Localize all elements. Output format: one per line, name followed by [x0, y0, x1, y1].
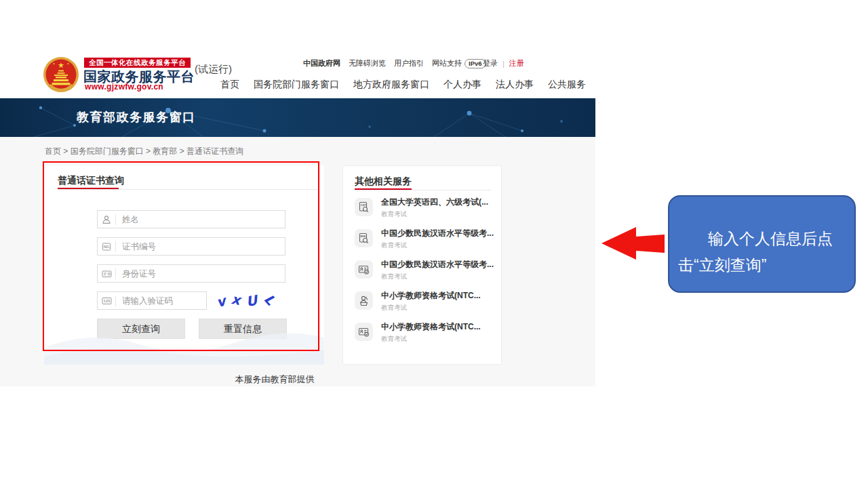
nav-public-services[interactable]: 公共服务: [548, 79, 586, 91]
link-user-guide[interactable]: 用户指引: [394, 58, 424, 68]
content-area: 首页 > 国务院部门服务窗口 > 教育部 > 普通话证书查询 普通话证书查询: [0, 137, 595, 386]
site-url: www.gjzwfw.gov.cn: [85, 82, 163, 92]
svg-text:NO.: NO.: [104, 244, 111, 248]
service-title: 中小学教师资格考试(NTC...: [381, 291, 481, 300]
service-category: 教育考试: [381, 272, 494, 281]
hero-banner: 教育部政务服务窗口: [0, 98, 595, 137]
callout-text-line1: 输入个人信息后点: [678, 226, 845, 252]
id-number-field-wrap: [97, 264, 285, 283]
related-card-title: 其他相关服务: [355, 176, 412, 188]
service-item-mhk-1[interactable]: MHK 中国少数民族汉语水平等级考... 教育考试: [355, 228, 494, 260]
link-site-support[interactable]: 网站支持 IPv6: [432, 58, 486, 68]
left-block-arrow-icon: [599, 225, 666, 262]
login-link[interactable]: 登录: [483, 58, 498, 68]
nav-local-gov-windows[interactable]: 地方政府服务窗口: [353, 79, 429, 91]
query-card-title: 普通话证书查询: [58, 175, 124, 187]
captcha-char: v: [214, 292, 227, 310]
service-item-ntce-1[interactable]: 中小学教师资格考试(NTC... 教育考试: [355, 291, 494, 322]
captcha-char: U: [245, 291, 258, 309]
svg-text:MHK: MHK: [360, 235, 366, 238]
related-services-card: 其他相关服务 CET 全国大学英语四、六级考试(... 教育考试: [342, 165, 502, 365]
china-national-emblem-icon: [43, 56, 79, 93]
id-card-check-icon: [355, 260, 373, 279]
nav-state-council-windows[interactable]: 国务院部门服务窗口: [254, 79, 339, 91]
site-support-label: 网站支持: [432, 58, 462, 68]
register-link[interactable]: 注册: [509, 58, 524, 68]
name-input[interactable]: [116, 211, 285, 227]
service-item-cet[interactable]: CET 全国大学英语四、六级考试(... 教育考试: [355, 197, 494, 228]
nav-home[interactable]: 首页: [220, 79, 239, 91]
svg-text:CET: CET: [361, 203, 367, 207]
service-provider-note: 本服务由教育部提供: [0, 373, 549, 386]
login-group: 登录 | 注册: [483, 58, 524, 68]
id-card-check-icon: [355, 323, 373, 341]
service-item-ntce-2[interactable]: 中小学教师资格考试(NTC... 教育考试: [355, 322, 494, 353]
certificate-number-field-wrap: NO.: [97, 237, 285, 256]
teacher-exam-icon: [355, 291, 373, 310]
id-number-input[interactable]: [116, 266, 285, 281]
callout-text-line2: 击“立刻查询”: [678, 252, 845, 279]
mhk-exam-icon: MHK: [355, 229, 373, 247]
link-china-gov[interactable]: 中国政府网: [303, 58, 340, 68]
department-window-title: 教育部政务服务窗口: [77, 98, 196, 137]
name-field-wrap: [97, 210, 285, 228]
nav-personal-services[interactable]: 个人办事: [443, 79, 481, 91]
service-category: 教育考试: [381, 210, 488, 219]
captcha-field-wrap: 123: [97, 291, 207, 310]
title-divider-rule: [355, 190, 491, 190]
login-divider: |: [502, 60, 505, 68]
service-title: 中小学教师资格考试(NTC...: [381, 322, 481, 331]
captcha-image[interactable]: v x U L: [216, 293, 279, 309]
cet-exam-icon: CET: [355, 198, 373, 216]
putonghua-query-card: 普通话证书查询: [44, 165, 324, 365]
trial-run-label: (试运行): [195, 63, 232, 76]
service-title: 中国少数民族汉语水平等级考...: [381, 260, 494, 269]
annotation-callout: 输入个人信息后点 击“立刻查询”: [668, 195, 856, 293]
svg-text:123: 123: [103, 299, 109, 303]
service-title: 中国少数民族汉语水平等级考...: [381, 228, 494, 238]
utility-nav: 中国政府网 无障碍浏览 用户指引 网站支持 IPv6: [303, 58, 494, 68]
page: 全国一体化在线政务服务平台 国家政务服务平台 www.gjzwfw.gov.cn…: [0, 0, 868, 488]
related-services-list: CET 全国大学英语四、六级考试(... 教育考试 MHK: [355, 197, 494, 353]
mountain-watermark-decoration: [44, 317, 324, 365]
person-icon: [98, 214, 116, 225]
site-header: 全国一体化在线政务服务平台 国家政务服务平台 www.gjzwfw.gov.cn…: [0, 0, 595, 98]
link-accessibility[interactable]: 无障碍浏览: [349, 58, 386, 68]
service-category: 教育考试: [381, 304, 481, 312]
service-category: 教育考试: [381, 335, 481, 344]
certificate-number-icon: NO.: [98, 241, 116, 252]
nav-legal-entity-services[interactable]: 法人办事: [496, 79, 534, 91]
title-divider-rule: [58, 189, 319, 190]
captcha-number-icon: 123: [98, 296, 116, 306]
service-category: 教育考试: [381, 241, 494, 250]
captcha-char: L: [261, 291, 279, 308]
captcha-char: x: [230, 291, 241, 308]
certificate-number-input[interactable]: [116, 239, 285, 254]
main-nav: 首页 国务院部门服务窗口 地方政府服务窗口 个人办事 法人办事 公共服务: [220, 79, 600, 91]
breadcrumb[interactable]: 首页 > 国务院部门服务窗口 > 教育部 > 普通话证书查询: [45, 146, 243, 157]
service-title: 全国大学英语四、六级考试(...: [381, 197, 488, 207]
id-card-icon: [98, 268, 116, 279]
integrated-platform-banner: 全国一体化在线政务服务平台: [84, 58, 191, 68]
service-item-mhk-2[interactable]: 中国少数民族汉语水平等级考... 教育考试: [355, 260, 494, 291]
